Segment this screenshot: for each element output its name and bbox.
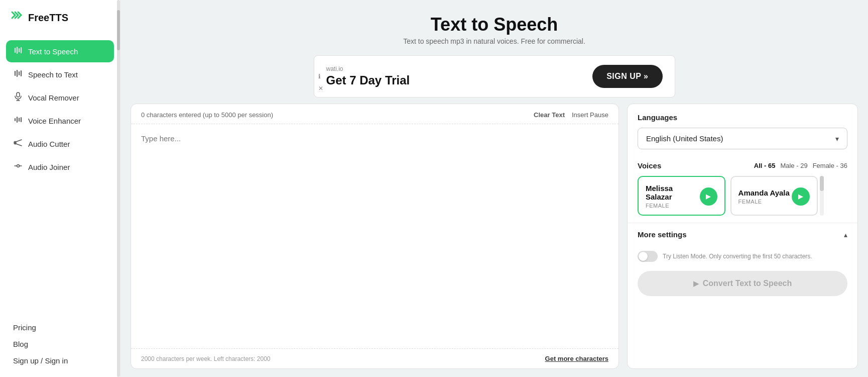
pricing-link[interactable]: Pricing bbox=[13, 323, 107, 332]
voices-grid: Melissa Salazar FEMALE ▶ Amanda Ayala bbox=[638, 176, 818, 216]
svg-rect-12 bbox=[17, 117, 18, 123]
convert-section: ▶ Convert Text to Speech bbox=[628, 267, 857, 306]
sidebar-item-audio-cutter[interactable]: Audio Cutter bbox=[6, 133, 114, 155]
voice-filters: All - 65 Male - 29 Female - 36 bbox=[754, 162, 847, 169]
sidebar-scrollbar[interactable] bbox=[117, 0, 120, 377]
svg-line-16 bbox=[15, 143, 22, 146]
editor-panel: 0 characters entered (up to 5000 per ses… bbox=[131, 104, 619, 369]
svg-rect-14 bbox=[21, 117, 22, 122]
ad-source: wati.io bbox=[326, 65, 410, 72]
voices-scrollbar[interactable] bbox=[820, 176, 824, 216]
svg-rect-6 bbox=[19, 71, 20, 75]
voice-name: Amanda Ayala bbox=[738, 189, 790, 197]
voice-gender: FEMALE bbox=[646, 203, 700, 209]
sidebar-bottom-links: Pricing Blog Sign up / Sign in bbox=[0, 315, 120, 377]
cutter-icon bbox=[13, 138, 23, 149]
sidebar-item-label: Audio Cutter bbox=[28, 140, 70, 148]
tts-icon bbox=[13, 46, 23, 57]
convert-icon: ▶ bbox=[693, 279, 699, 288]
mic-icon bbox=[13, 92, 23, 103]
ad-title: Get 7 Day Trial bbox=[326, 73, 410, 87]
editor-toolbar: 0 characters entered (up to 5000 per ses… bbox=[131, 104, 618, 124]
voice-info-amanda: Amanda Ayala FEMALE bbox=[738, 189, 790, 205]
voice-name: Melissa Salazar bbox=[646, 184, 700, 201]
more-settings-section: More settings ▴ bbox=[628, 223, 857, 244]
sidebar-item-speech-to-text[interactable]: Speech to Text bbox=[6, 63, 114, 85]
filter-all-button[interactable]: All - 65 bbox=[754, 162, 776, 169]
sidebar: FreeTTS Text to Speech bbox=[0, 0, 120, 377]
ad-banner: ℹ ✕ wati.io Get 7 Day Trial SIGN UP » bbox=[314, 55, 675, 98]
get-more-characters-button[interactable]: Get more characters bbox=[545, 355, 608, 362]
ad-content: wati.io Get 7 Day Trial bbox=[326, 65, 410, 87]
listen-mode-toggle[interactable] bbox=[638, 251, 658, 262]
svg-rect-11 bbox=[15, 118, 16, 121]
svg-rect-7 bbox=[21, 70, 22, 76]
listen-mode-label: Try Listen Mode. Only converting the fir… bbox=[663, 253, 812, 260]
blog-link[interactable]: Blog bbox=[13, 340, 107, 348]
ad-close-icon[interactable]: ✕ bbox=[318, 85, 323, 92]
voice-play-button-melissa[interactable]: ▶ bbox=[700, 187, 717, 206]
svg-rect-0 bbox=[15, 48, 16, 53]
enhancer-icon bbox=[13, 115, 23, 126]
sidebar-item-label: Text to Speech bbox=[28, 47, 78, 56]
ad-info-icon[interactable]: ℹ bbox=[318, 73, 321, 80]
voice-card-melissa[interactable]: Melissa Salazar FEMALE ▶ bbox=[638, 176, 725, 216]
page-subtitle: Text to speech mp3 in natural voices. Fr… bbox=[131, 37, 858, 45]
joiner-icon bbox=[13, 161, 23, 172]
toggle-thumb bbox=[639, 252, 648, 261]
editor-actions: Clear Text Insert Pause bbox=[534, 111, 608, 119]
sidebar-item-vocal-remover[interactable]: Vocal Remover bbox=[6, 86, 114, 109]
content-row: 0 characters entered (up to 5000 per ses… bbox=[120, 104, 868, 377]
ad-signup-button[interactable]: SIGN UP » bbox=[592, 65, 662, 88]
filter-male-button[interactable]: Male - 29 bbox=[780, 162, 807, 169]
more-settings-header[interactable]: More settings ▴ bbox=[638, 230, 847, 239]
sidebar-item-label: Vocal Remover bbox=[28, 93, 79, 102]
svg-rect-8 bbox=[17, 92, 20, 97]
page-title: Text to Speech bbox=[131, 14, 858, 35]
sidebar-item-text-to-speech[interactable]: Text to Speech bbox=[6, 40, 114, 62]
editor-footer: 2000 characters per week. Left character… bbox=[131, 348, 618, 368]
voice-info-melissa: Melissa Salazar FEMALE bbox=[646, 184, 700, 209]
chevron-up-icon: ▴ bbox=[844, 231, 847, 239]
voice-card-amanda[interactable]: Amanda Ayala FEMALE ▶ bbox=[730, 176, 818, 216]
svg-rect-4 bbox=[15, 71, 16, 76]
sidebar-item-label: Audio Joiner bbox=[28, 163, 70, 171]
language-select[interactable]: English (United States) ▾ bbox=[638, 128, 847, 149]
sign-in-link[interactable]: Sign up / Sign in bbox=[13, 356, 107, 365]
play-icon: ▶ bbox=[798, 193, 803, 200]
page-header: Text to Speech Text to speech mp3 in nat… bbox=[120, 0, 868, 50]
listen-mode-row: Try Listen Mode. Only converting the fir… bbox=[628, 244, 857, 267]
svg-rect-13 bbox=[19, 118, 20, 122]
voices-scrollbar-thumb bbox=[820, 176, 824, 191]
svg-line-15 bbox=[15, 140, 22, 142]
stt-icon bbox=[13, 69, 23, 80]
sidebar-item-label: Voice Enhancer bbox=[28, 117, 81, 125]
play-icon: ▶ bbox=[706, 193, 711, 200]
char-limit-text: 2000 characters per week. Left character… bbox=[141, 355, 270, 362]
sidebar-item-voice-enhancer[interactable]: Voice Enhancer bbox=[6, 110, 114, 132]
sidebar-item-label: Speech to Text bbox=[28, 70, 78, 79]
convert-button[interactable]: ▶ Convert Text to Speech bbox=[638, 271, 847, 296]
filter-female-button[interactable]: Female - 36 bbox=[813, 162, 847, 169]
sidebar-item-audio-joiner[interactable]: Audio Joiner bbox=[6, 156, 114, 178]
voices-title: Voices bbox=[638, 161, 661, 170]
svg-rect-3 bbox=[21, 47, 22, 53]
voice-gender: FEMALE bbox=[738, 199, 790, 205]
voice-play-button-amanda[interactable]: ▶ bbox=[792, 187, 810, 206]
right-panel: Languages English (United States) ▾ Voic… bbox=[627, 104, 858, 369]
more-settings-title: More settings bbox=[638, 230, 687, 239]
voices-header: Voices All - 65 Male - 29 Female - 36 bbox=[638, 161, 847, 170]
svg-rect-1 bbox=[17, 47, 18, 54]
clear-text-button[interactable]: Clear Text bbox=[534, 111, 565, 119]
svg-rect-2 bbox=[19, 48, 20, 52]
insert-pause-button[interactable]: Insert Pause bbox=[572, 111, 608, 119]
voices-section: Voices All - 65 Male - 29 Female - 36 Me… bbox=[628, 156, 857, 223]
language-selected-value: English (United States) bbox=[646, 134, 723, 143]
logo-icon bbox=[10, 9, 24, 26]
app-name: FreeTTS bbox=[28, 12, 68, 24]
svg-point-19 bbox=[17, 165, 20, 167]
char-count: 0 characters entered (up to 5000 per ses… bbox=[141, 111, 273, 119]
text-input[interactable] bbox=[131, 124, 618, 348]
chevron-down-icon: ▾ bbox=[835, 135, 839, 143]
languages-section: Languages English (United States) ▾ bbox=[628, 104, 857, 156]
